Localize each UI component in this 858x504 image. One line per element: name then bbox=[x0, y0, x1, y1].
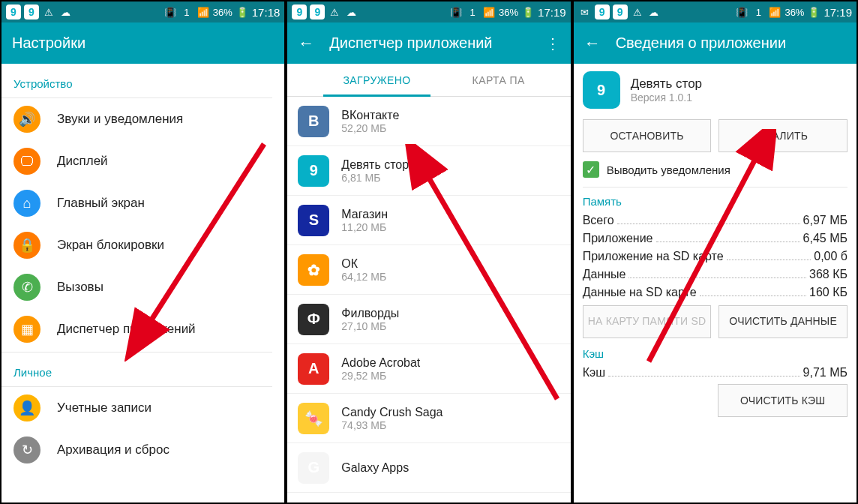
settings-item[interactable]: ▦Диспетчер приложений bbox=[2, 308, 284, 350]
app-list-item[interactable]: BВКонтакте52,20 МБ bbox=[287, 97, 570, 146]
vibrate-icon: 📳 bbox=[449, 5, 463, 19]
app-notification-icon: 9 bbox=[24, 4, 39, 20]
stop-button[interactable]: ОСТАНОВИТЬ bbox=[583, 119, 712, 152]
cache-row: Кэш 9,71 МБ bbox=[583, 366, 848, 380]
clear-cache-button[interactable]: ОЧИСТИТЬ КЭШ bbox=[718, 384, 848, 417]
memory-key: Приложение на SD карте bbox=[583, 250, 724, 263]
settings-item[interactable]: 👤Учетные записи bbox=[2, 387, 284, 429]
clock: 17:19 bbox=[824, 6, 852, 19]
cloud-icon: ☁ bbox=[647, 5, 661, 19]
tab-sdcard[interactable]: КАРТА ПА bbox=[466, 64, 571, 96]
envelope-icon: ✉ bbox=[578, 5, 592, 19]
app-list-item[interactable]: AAdobe Acrobat29,52 МБ bbox=[287, 344, 570, 394]
memory-row: Данные на SD карте160 КБ bbox=[583, 286, 848, 299]
app-list-item[interactable]: 9Девять стор6,81 МБ bbox=[287, 146, 570, 196]
memory-value: 368 КБ bbox=[809, 268, 848, 281]
memory-key: Данные на SD карте bbox=[583, 286, 697, 299]
signal-icon: 📶 bbox=[482, 5, 496, 19]
page-title: Диспетчер приложений bbox=[329, 34, 530, 52]
app-notification-icon: 9 bbox=[6, 4, 21, 20]
app-name: ОК bbox=[341, 257, 386, 271]
back-button[interactable]: ← bbox=[584, 34, 601, 53]
section-header-personal: Личное bbox=[2, 352, 284, 385]
section-memory: Память bbox=[583, 195, 848, 208]
tab-downloaded[interactable]: ЗАГРУЖЕНО bbox=[287, 64, 466, 96]
back-button[interactable]: ← bbox=[298, 34, 314, 53]
battery-icon: 🔋 bbox=[236, 5, 249, 19]
settings-item[interactable]: ↻Архивация и сброс bbox=[2, 429, 284, 471]
app-name: Galaxy Apps bbox=[341, 461, 409, 475]
settings-item[interactable]: 🔒Экран блокировки bbox=[2, 224, 284, 266]
app-icon: 9 bbox=[583, 71, 620, 109]
app-header: 9 Девять стор Версия 1.0.1 bbox=[583, 71, 848, 109]
apps-icon: ▦ bbox=[14, 316, 40, 343]
app-name: Девять стор bbox=[631, 76, 702, 92]
app-list-item[interactable]: SМагазин11,20 МБ bbox=[287, 196, 570, 245]
app-icon: 🍬 bbox=[298, 403, 329, 434]
app-list-item[interactable]: GGalaxy Apps bbox=[287, 443, 570, 493]
memory-row: Приложение на SD карте0,00 б bbox=[583, 250, 848, 263]
notifications-checkbox-row[interactable]: ✓ Выводить уведомления bbox=[583, 161, 848, 178]
checkbox-label: Выводить уведомления bbox=[607, 164, 730, 176]
appbar: ← Сведения о приложении bbox=[574, 22, 856, 64]
memory-value: 0,00 б bbox=[814, 250, 848, 263]
app-notification-icon: 9 bbox=[613, 4, 628, 20]
signal-icon: 📶 bbox=[196, 5, 210, 19]
settings-item[interactable]: 🔊Звуки и уведомления bbox=[2, 98, 284, 140]
memory-key: Приложение bbox=[583, 232, 653, 245]
section-header-device: Устройство bbox=[2, 64, 284, 96]
app-size: 64,12 МБ bbox=[341, 271, 386, 283]
app-name: Adobe Acrobat bbox=[341, 356, 420, 370]
settings-item-label: Главный экран bbox=[57, 196, 145, 211]
uninstall-button[interactable]: УДАЛИТЬ bbox=[718, 119, 848, 152]
sim-icon: 1 bbox=[752, 5, 765, 19]
settings-item-label: Звуки и уведомления bbox=[57, 112, 183, 127]
app-name: Девять стор bbox=[341, 158, 409, 172]
app-name: Филворды bbox=[341, 307, 399, 320]
settings-item[interactable]: ✆Вызовы bbox=[2, 266, 284, 308]
app-icon: A bbox=[298, 353, 329, 385]
app-icon: B bbox=[298, 106, 329, 137]
app-size: 27,10 МБ bbox=[341, 320, 399, 332]
memory-key: Данные bbox=[583, 268, 626, 281]
overflow-menu-icon[interactable]: ⋮ bbox=[545, 34, 560, 52]
cloud-icon: ☁ bbox=[58, 5, 72, 19]
settings-item-label: Вызовы bbox=[57, 280, 104, 295]
settings-item-label: Экран блокировки bbox=[57, 238, 164, 253]
clock: 17:18 bbox=[252, 6, 280, 19]
app-notification-icon: 9 bbox=[595, 4, 610, 20]
app-list-item[interactable]: ✿ОК64,12 МБ bbox=[287, 245, 570, 295]
cloud-icon: ☁ bbox=[344, 5, 358, 19]
warning-icon: ⚠ bbox=[328, 5, 341, 19]
settings-item[interactable]: 🖵Дисплей bbox=[2, 140, 284, 182]
memory-key: Всего bbox=[583, 214, 614, 227]
app-list-item[interactable]: 🍬Candy Crush Saga74,93 МБ bbox=[287, 394, 570, 443]
settings-list: Устройство 🔊Звуки и уведомления🖵Дисплей⌂… bbox=[2, 64, 284, 471]
app-icon: S bbox=[298, 205, 329, 236]
app-icon: Ф bbox=[298, 304, 329, 335]
section-cache: Кэш bbox=[583, 347, 848, 360]
memory-value: 6,97 МБ bbox=[803, 214, 848, 227]
app-list-item[interactable]: ФФилворды27,10 МБ bbox=[287, 295, 570, 344]
vibrate-icon: 📳 bbox=[735, 5, 748, 19]
appbar: Настройки bbox=[2, 22, 284, 64]
home-icon: ⌂ bbox=[14, 190, 40, 217]
settings-item-label: Дисплей bbox=[57, 154, 108, 169]
app-name: ВКонтакте bbox=[341, 109, 399, 122]
app-list[interactable]: BВКонтакте52,20 МБ9Девять стор6,81 МБSМа… bbox=[287, 97, 570, 493]
app-size: 29,52 МБ bbox=[341, 370, 420, 382]
app-size: 11,20 МБ bbox=[341, 221, 388, 233]
app-notification-icon: 9 bbox=[292, 4, 307, 20]
status-bar: 9 9 ⚠ ☁ 📳 1 📶 36% 🔋 17:18 bbox=[2, 2, 284, 22]
battery-icon: 🔋 bbox=[807, 5, 820, 19]
app-name: Магазин bbox=[341, 208, 388, 221]
person-icon: 👤 bbox=[14, 394, 40, 422]
memory-value: 160 КБ bbox=[809, 286, 848, 299]
settings-item-label: Архивация и сброс bbox=[57, 442, 170, 458]
settings-item[interactable]: ⌂Главный экран bbox=[2, 182, 284, 224]
appbar: ← Диспетчер приложений ⋮ bbox=[287, 22, 570, 64]
display-icon: 🖵 bbox=[14, 148, 40, 175]
memory-row: Всего6,97 МБ bbox=[583, 214, 848, 227]
screen-app-info: ✉ 9 9 ⚠ ☁ 📳 1 📶 36% 🔋 17:19 ← Сведения о… bbox=[572, 0, 858, 504]
clear-data-button[interactable]: ОЧИСТИТЬ ДАННЫЕ bbox=[718, 305, 848, 338]
